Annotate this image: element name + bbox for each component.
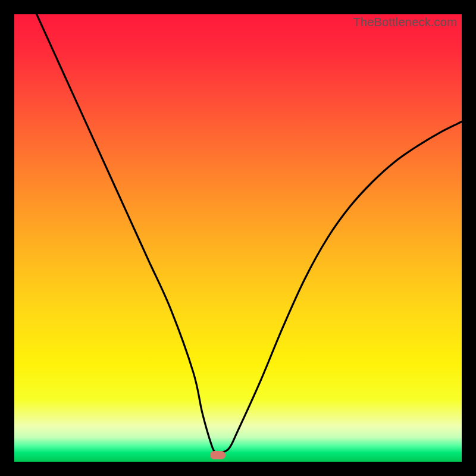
bottleneck-curve: [14, 14, 462, 462]
plot-area: TheBottleneck.com: [14, 14, 462, 462]
curve-path: [37, 14, 462, 454]
chart-frame: TheBottleneck.com: [0, 0, 476, 476]
balance-marker: [210, 451, 226, 459]
